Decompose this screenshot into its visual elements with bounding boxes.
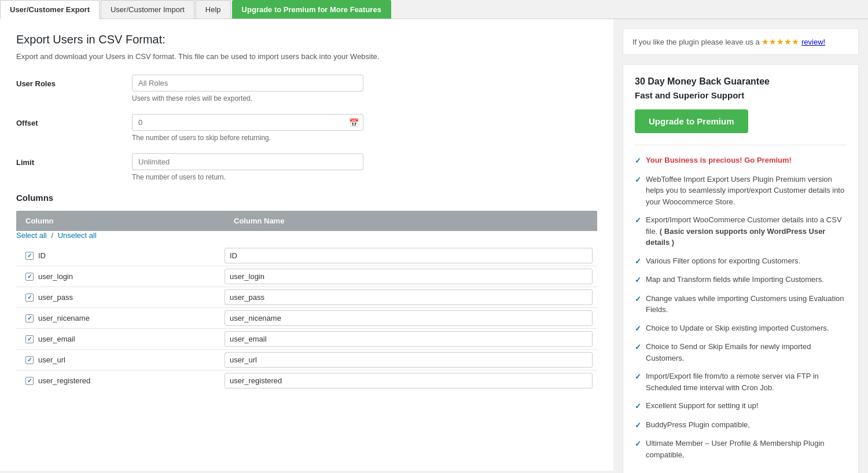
offset-field: 📅 The number of users to skip before ret…	[132, 114, 597, 142]
feature-text: Import/Export file from/to a remote serv…	[646, 371, 847, 393]
columns-title: Columns	[16, 193, 597, 203]
check-icon: ✓	[635, 323, 641, 335]
table-row: user_pass	[16, 287, 597, 308]
limit-row: Limit The number of users to return.	[16, 153, 597, 181]
feature-item: ✓WebToffee Import Export Users Plugin Pr…	[635, 174, 847, 208]
promo-box: 30 Day Money Back Guarantee Fast and Sup…	[623, 64, 859, 473]
upgrade-premium-button[interactable]: Upgrade to Premium	[635, 109, 748, 133]
offset-hint: The number of users to skip before retur…	[132, 134, 597, 142]
review-bar: If you like the plugin please leave us a…	[623, 28, 859, 55]
feature-text: BuddyPress Plugin compatible,	[646, 419, 750, 431]
table-row-name	[225, 350, 597, 370]
tab-export[interactable]: User/Customer Export	[0, 0, 100, 19]
row-name-input[interactable]	[225, 331, 593, 347]
promo-guarantee: 30 Day Money Back Guarantee	[635, 76, 847, 87]
row-name-input[interactable]	[225, 248, 593, 263]
row-checkbox[interactable]	[25, 294, 34, 302]
check-icon: ✓	[635, 155, 641, 167]
col-column-header: Column	[16, 211, 225, 231]
review-link[interactable]: review!	[801, 38, 825, 46]
offset-input[interactable]	[132, 114, 363, 131]
table-row-name	[225, 245, 597, 266]
row-col-label: user_url	[38, 355, 65, 364]
feature-text: Export/Import WooCommerce Customer detai…	[646, 214, 847, 248]
feature-item: ✓Choice to Send or Skip Emails for newly…	[635, 341, 847, 364]
row-checkbox[interactable]	[25, 335, 34, 343]
table-row: ID	[16, 245, 597, 266]
user-roles-hint: Users with these roles will be exported.	[132, 94, 597, 102]
feature-item: ✓Change values while importing Customers…	[635, 293, 847, 316]
feature-text: WebToffee Import Export Users Plugin Pre…	[646, 174, 847, 208]
row-checkbox[interactable]	[25, 252, 34, 260]
calendar-icon: 📅	[349, 118, 359, 127]
row-col-label: user_pass	[38, 293, 73, 302]
table-row: user_login	[16, 266, 597, 287]
check-icon: ✓	[635, 274, 641, 286]
feature-text: Change values while importing Customers …	[646, 293, 847, 316]
feature-text: Your Business is precious! Go Premium!	[646, 155, 792, 166]
row-col-label: user_registered	[38, 376, 90, 385]
row-checkbox[interactable]	[25, 273, 34, 281]
check-icon: ✓	[635, 371, 641, 383]
main-layout: Export Users in CSV Format: Export and d…	[0, 19, 868, 473]
tab-bar: User/Customer Export User/Customer Impor…	[0, 0, 868, 19]
columns-table-header: Column Column Name	[16, 211, 597, 231]
left-panel: Export Users in CSV Format: Export and d…	[0, 19, 613, 471]
feature-item: ✓Choice to Update or Skip existing impor…	[635, 322, 847, 335]
select-links: Select all / Unselect all	[16, 231, 597, 240]
select-all-link[interactable]: Select all	[16, 231, 47, 240]
row-name-input[interactable]	[225, 310, 593, 326]
row-col-label: user_login	[38, 272, 73, 281]
feature-item: ✓BuddyPress Plugin compatible,	[635, 419, 847, 431]
row-name-input[interactable]	[225, 373, 593, 388]
limit-label: Limit	[16, 153, 132, 167]
user-roles-label: User Roles	[16, 75, 132, 88]
feature-text: Excellent Support for setting it up!	[646, 400, 758, 412]
row-name-input[interactable]	[225, 289, 593, 305]
table-row-col: user_email	[16, 330, 225, 348]
feature-text: Choice to Send or Skip Emails for newly …	[646, 341, 847, 364]
review-stars: ★★★★★	[762, 37, 799, 46]
feature-text: Ultimate Member – User Profile & Members…	[646, 438, 847, 460]
table-row-name	[225, 371, 597, 391]
row-name-input[interactable]	[225, 352, 593, 368]
check-icon: ✓	[635, 294, 641, 305]
row-col-label: user_email	[38, 335, 75, 343]
columns-section: Columns Column Column Name Select all / …	[16, 193, 597, 391]
check-icon: ✓	[635, 256, 641, 267]
row-name-input[interactable]	[225, 269, 593, 284]
row-checkbox[interactable]	[25, 314, 34, 322]
user-roles-input[interactable]	[132, 75, 363, 91]
tab-import[interactable]: User/Customer Import	[101, 0, 194, 19]
check-icon: ✓	[635, 215, 641, 226]
table-row-col: user_url	[16, 351, 225, 369]
table-row: user_email	[16, 329, 597, 350]
table-row-col: user_registered	[16, 372, 225, 390]
table-row-col: user_nicename	[16, 309, 225, 327]
promo-support: Fast and Superior Support	[635, 90, 847, 100]
table-row: user_url	[16, 350, 597, 371]
feature-text: Various Filter options for exporting Cus…	[646, 255, 800, 267]
tab-upgrade[interactable]: Upgrade to Premium for More Features	[232, 0, 391, 19]
check-icon: ✓	[635, 342, 641, 353]
feature-item: ✓Your Business is precious! Go Premium!	[635, 155, 847, 167]
row-checkbox[interactable]	[25, 356, 34, 364]
feature-item: ✓Map and Transform fields while Importin…	[635, 274, 847, 286]
table-row: user_nicename	[16, 308, 597, 329]
table-row-col: user_login	[16, 267, 225, 285]
check-icon: ✓	[635, 438, 641, 450]
tab-help[interactable]: Help	[196, 0, 231, 19]
table-row-name	[225, 287, 597, 307]
page-subtitle: Export and download your Users in CSV fo…	[16, 52, 597, 61]
review-text: If you like the plugin please leave us a	[632, 38, 760, 46]
offset-input-wrapper: 📅	[132, 114, 363, 131]
row-checkbox[interactable]	[25, 377, 34, 385]
limit-field: The number of users to return.	[132, 153, 597, 181]
feature-text: Choice to Update or Skip existing import…	[646, 322, 829, 334]
data-rows-container: IDuser_loginuser_passuser_nicenameuser_e…	[16, 245, 597, 391]
unselect-all-link[interactable]: Unselect all	[58, 231, 97, 240]
page-title: Export Users in CSV Format:	[16, 33, 597, 46]
table-row-name	[225, 266, 597, 287]
table-row: user_registered	[16, 371, 597, 391]
limit-input[interactable]	[132, 153, 363, 170]
